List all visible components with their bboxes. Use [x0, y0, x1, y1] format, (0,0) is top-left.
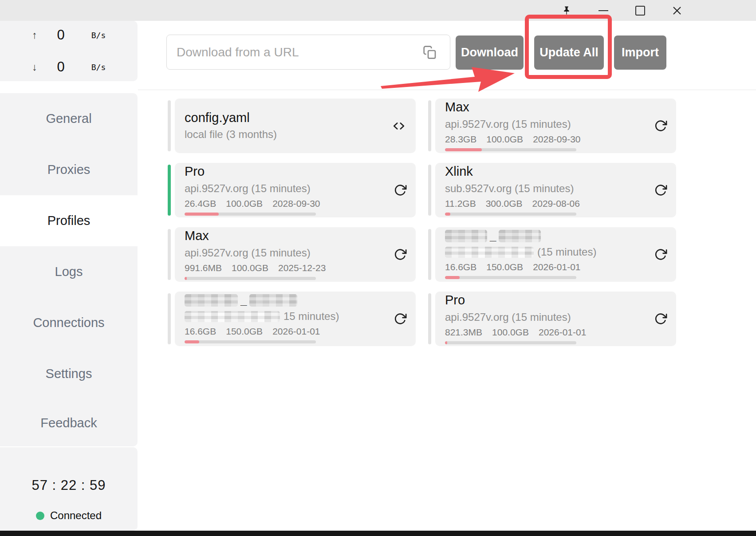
refresh-icon[interactable]: [394, 184, 407, 197]
profile-active-indicator: [428, 229, 431, 280]
profile-active-indicator: [168, 293, 171, 344]
sidebar-nav-label: Connections: [33, 315, 104, 330]
sidebar-nav-label: General: [46, 111, 91, 126]
profile-progress-track: [445, 341, 576, 344]
traffic-direction-icon: ↓: [32, 61, 37, 73]
profile-card[interactable]: Max api.9527v.org (15 minutes) 28.3GB 10…: [435, 99, 676, 153]
profile-name: Xlink: [445, 165, 645, 179]
sidebar-item-settings[interactable]: Settings: [0, 348, 138, 399]
uptime-timer: 57 : 22 : 59: [0, 477, 138, 493]
minimize-icon: [598, 10, 608, 11]
status-label: Connected: [50, 509, 102, 522]
profile-progress-fill: [445, 276, 460, 279]
refresh-icon[interactable]: [394, 312, 407, 326]
profile-expires: 2026-01-01: [539, 327, 586, 338]
profile-used: 16.6GB: [445, 262, 476, 272]
traffic-direction-icon: ↑: [32, 29, 37, 41]
profile-progress-track: [185, 340, 316, 343]
traffic-value: 0: [57, 59, 64, 75]
sidebar-nav-label: Proxies: [47, 162, 91, 177]
edit-file-icon[interactable]: [391, 120, 407, 132]
sidebar-item-profiles[interactable]: Profiles: [0, 195, 138, 246]
profile-total: 100.0GB: [232, 263, 268, 273]
minimize-button[interactable]: [593, 0, 614, 21]
sidebar-nav-label: Profiles: [47, 213, 91, 228]
profile-active-indicator: [428, 165, 431, 216]
profile-card[interactable]: Max api.9527v.org (15 minutes) 991.6MB 1…: [175, 227, 416, 282]
connection-status: Connected: [0, 509, 138, 522]
pin-icon[interactable]: [556, 0, 577, 21]
profile-active-indicator: [168, 229, 171, 280]
profile-source: api.9527v.org (15 minutes): [185, 247, 385, 259]
sidebar-item-connections[interactable]: Connections: [0, 297, 138, 348]
download-button[interactable]: Download: [456, 35, 524, 70]
profile-card[interactable]: Pro api.9527v.org (15 minutes) 821.3MB 1…: [435, 292, 676, 346]
profile-used: 26.4GB: [185, 198, 216, 209]
profile-cell: _ (15 minutes) 16.6GB 150.0GB 2026-01-01: [428, 227, 676, 282]
traffic-row: ↓ 0 B/s: [26, 58, 138, 76]
traffic-panel: ↑ 0 B/s ↓ 0 B/s: [0, 21, 138, 81]
sidebar-item-logs[interactable]: Logs: [0, 246, 138, 297]
refresh-icon[interactable]: [654, 184, 667, 197]
header-divider: [138, 90, 756, 90]
profile-progress-fill: [185, 340, 199, 343]
profile-stats: 16.6GB 150.0GB 2026-01-01: [185, 326, 385, 337]
traffic-value: 0: [57, 27, 64, 43]
profile-expires: 2026-01-01: [533, 262, 580, 272]
bottom-strip: [0, 531, 756, 536]
profile-active-indicator: [168, 100, 171, 151]
profile-cell: _ 15 minutes) 16.6GB 150.0GB 2026-01-01: [168, 292, 416, 346]
profile-total: 100.0GB: [486, 134, 523, 145]
profile-progress-fill: [445, 148, 482, 151]
close-icon: [672, 6, 682, 16]
profile-stats: 26.4GB 100.0GB 2028-09-30: [185, 198, 385, 209]
sidebar-item-general[interactable]: General: [0, 93, 138, 144]
profile-source: local file (3 months): [185, 128, 385, 141]
profile-cell: Max api.9527v.org (15 minutes) 28.3GB 10…: [428, 99, 676, 153]
profile-source: (15 minutes): [445, 246, 645, 258]
profile-progress-track: [445, 148, 576, 151]
profile-source: sub.9527v.org (15 minutes): [445, 182, 645, 195]
profile-cell: Pro api.9527v.org (15 minutes) 26.4GB 10…: [168, 163, 416, 217]
profile-total: 150.0GB: [226, 326, 263, 337]
paste-from-clipboard-button[interactable]: [421, 44, 438, 61]
sidebar-nav-label: Feedback: [40, 416, 97, 430]
profile-name: _: [185, 294, 385, 307]
maximize-icon: [635, 6, 645, 16]
profile-total: 100.0GB: [226, 198, 263, 209]
url-input[interactable]: [166, 35, 450, 70]
profile-name: Pro: [185, 165, 385, 179]
profile-progress-track: [185, 277, 316, 280]
status-dot: [36, 512, 44, 520]
refresh-icon[interactable]: [654, 248, 667, 261]
profile-card[interactable]: Xlink sub.9527v.org (15 minutes) 11.2GB …: [435, 163, 676, 217]
close-button[interactable]: [667, 0, 687, 21]
profile-stats: 16.6GB 150.0GB 2026-01-01: [445, 262, 645, 272]
profile-card[interactable]: config.yaml local file (3 months): [175, 99, 416, 153]
profile-expires: 2028-09-30: [272, 198, 320, 209]
titlebar: [0, 0, 756, 21]
profile-progress-track: [445, 276, 576, 279]
profile-stats: 821.3MB 100.0GB 2026-01-01: [445, 327, 645, 338]
sidebar-item-feedback[interactable]: Feedback: [0, 399, 138, 446]
maximize-button[interactable]: [630, 0, 650, 21]
profile-source: api.9527v.org (15 minutes): [445, 311, 645, 323]
refresh-icon[interactable]: [654, 119, 667, 133]
profile-expires: 2028-09-30: [533, 134, 580, 145]
refresh-icon[interactable]: [394, 248, 407, 261]
profile-stats: 991.6MB 100.0GB 2025-12-23: [185, 263, 385, 273]
profile-card[interactable]: _ (15 minutes) 16.6GB 150.0GB 2026-01-01: [435, 227, 676, 282]
refresh-icon[interactable]: [654, 312, 667, 326]
profile-source: 15 minutes): [185, 310, 385, 323]
profile-used: 16.6GB: [185, 326, 216, 337]
traffic-unit: B/s: [91, 31, 106, 40]
profile-progress-fill: [445, 213, 450, 216]
profile-card[interactable]: _ 15 minutes) 16.6GB 150.0GB 2026-01-01: [175, 292, 416, 346]
profile-used: 991.6MB: [185, 263, 222, 273]
profile-card[interactable]: Pro api.9527v.org (15 minutes) 26.4GB 10…: [175, 163, 416, 217]
update-all-button[interactable]: Update All: [534, 35, 604, 70]
profile-progress-track: [185, 213, 316, 216]
import-button[interactable]: Import: [614, 35, 666, 70]
sidebar-item-proxies[interactable]: Proxies: [0, 144, 138, 195]
copy-icon: [423, 45, 437, 59]
